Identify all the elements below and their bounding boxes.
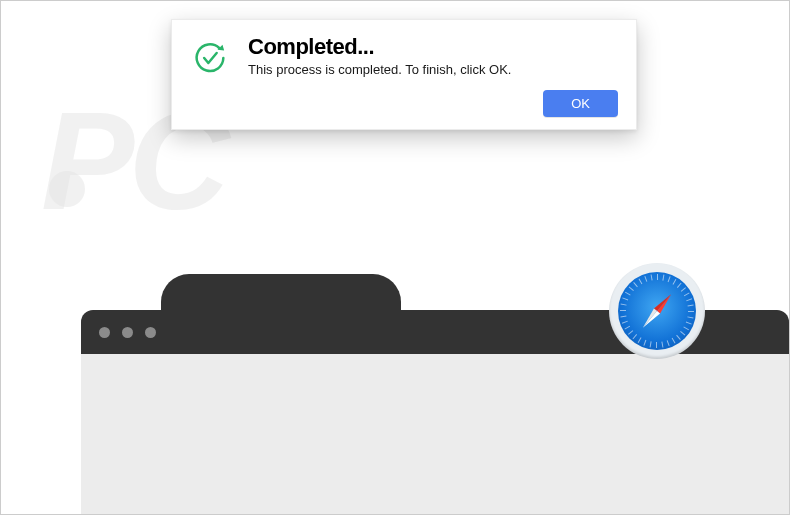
browser-content-area xyxy=(81,354,789,515)
browser-tab xyxy=(161,274,401,314)
completed-dialog: Completed... This process is completed. … xyxy=(171,19,637,130)
safari-compass-icon xyxy=(609,263,705,359)
traffic-light-dot xyxy=(145,327,156,338)
ok-button[interactable]: OK xyxy=(543,90,618,117)
dialog-message: This process is completed. To finish, cl… xyxy=(248,62,618,77)
traffic-light-dot xyxy=(99,327,110,338)
dialog-title: Completed... xyxy=(248,34,618,60)
refresh-check-icon xyxy=(190,38,230,78)
traffic-light-dot xyxy=(122,327,133,338)
watermark-dot xyxy=(49,171,85,207)
